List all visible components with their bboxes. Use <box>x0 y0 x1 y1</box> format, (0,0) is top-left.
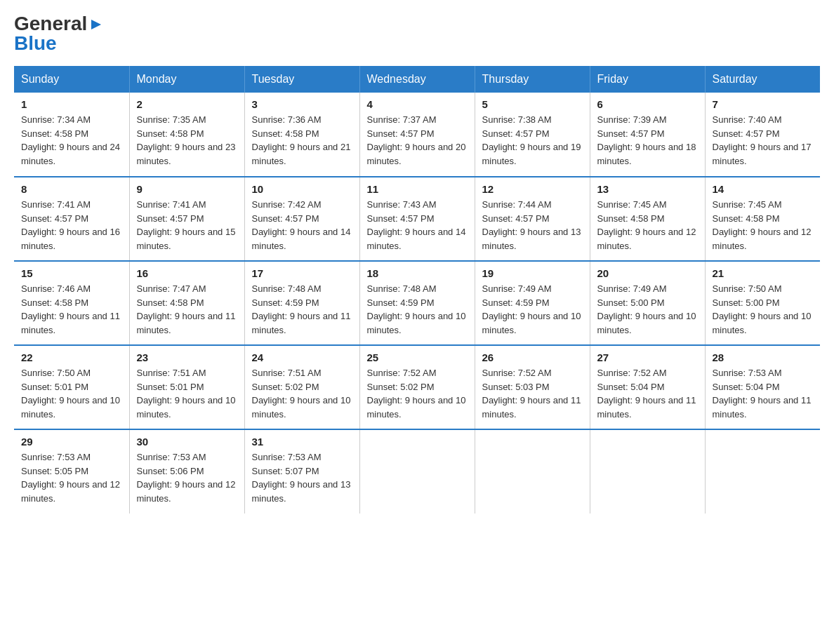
calendar-cell: 17 Sunrise: 7:48 AMSunset: 4:59 PMDaylig… <box>244 261 359 345</box>
day-info: Sunrise: 7:35 AMSunset: 4:58 PMDaylight:… <box>137 113 237 168</box>
calendar-cell: 13 Sunrise: 7:45 AMSunset: 4:58 PMDaylig… <box>590 177 705 261</box>
day-info: Sunrise: 7:50 AMSunset: 5:00 PMDaylight:… <box>713 282 814 337</box>
day-info: Sunrise: 7:52 AMSunset: 5:02 PMDaylight:… <box>367 366 468 421</box>
day-number: 21 <box>713 267 814 279</box>
day-info: Sunrise: 7:39 AMSunset: 4:57 PMDaylight:… <box>597 113 698 168</box>
logo-text-blue: Blue <box>14 32 57 55</box>
calendar-cell: 24 Sunrise: 7:51 AMSunset: 5:02 PMDaylig… <box>244 345 359 429</box>
day-info: Sunrise: 7:40 AMSunset: 4:57 PMDaylight:… <box>713 113 814 168</box>
day-info: Sunrise: 7:45 AMSunset: 4:58 PMDaylight:… <box>713 198 814 253</box>
calendar-cell: 10 Sunrise: 7:42 AMSunset: 4:57 PMDaylig… <box>244 177 359 261</box>
calendar-cell: 19 Sunrise: 7:49 AMSunset: 4:59 PMDaylig… <box>475 261 590 345</box>
day-number: 2 <box>137 98 237 110</box>
calendar-cell: 18 Sunrise: 7:48 AMSunset: 4:59 PMDaylig… <box>359 261 475 345</box>
calendar-cell: 15 Sunrise: 7:46 AMSunset: 4:58 PMDaylig… <box>14 261 129 345</box>
weekday-header-saturday: Saturday <box>705 66 820 93</box>
day-number: 30 <box>137 436 237 448</box>
day-number: 11 <box>367 183 468 195</box>
calendar-cell <box>705 429 820 514</box>
weekday-header-monday: Monday <box>129 66 244 93</box>
calendar-cell <box>590 429 705 514</box>
day-number: 17 <box>252 267 352 279</box>
calendar-cell: 28 Sunrise: 7:53 AMSunset: 5:04 PMDaylig… <box>705 345 820 429</box>
day-number: 28 <box>713 351 814 363</box>
day-info: Sunrise: 7:53 AMSunset: 5:06 PMDaylight:… <box>137 450 237 505</box>
day-info: Sunrise: 7:49 AMSunset: 4:59 PMDaylight:… <box>482 282 583 337</box>
day-number: 23 <box>137 351 237 363</box>
day-info: Sunrise: 7:53 AMSunset: 5:04 PMDaylight:… <box>713 366 814 421</box>
calendar-cell: 31 Sunrise: 7:53 AMSunset: 5:07 PMDaylig… <box>244 429 359 514</box>
day-number: 16 <box>137 267 237 279</box>
calendar-cell: 25 Sunrise: 7:52 AMSunset: 5:02 PMDaylig… <box>359 345 475 429</box>
day-info: Sunrise: 7:36 AMSunset: 4:58 PMDaylight:… <box>252 113 352 168</box>
day-number: 5 <box>482 98 583 110</box>
calendar-cell: 16 Sunrise: 7:47 AMSunset: 4:58 PMDaylig… <box>129 261 244 345</box>
day-info: Sunrise: 7:51 AMSunset: 5:02 PMDaylight:… <box>252 366 352 421</box>
calendar-week-row: 1 Sunrise: 7:34 AMSunset: 4:58 PMDayligh… <box>14 93 820 177</box>
day-number: 19 <box>482 267 583 279</box>
calendar-cell: 4 Sunrise: 7:37 AMSunset: 4:57 PMDayligh… <box>359 93 475 177</box>
logo-arrow-icon <box>88 17 104 32</box>
day-info: Sunrise: 7:44 AMSunset: 4:57 PMDaylight:… <box>482 198 583 253</box>
calendar-cell: 12 Sunrise: 7:44 AMSunset: 4:57 PMDaylig… <box>475 177 590 261</box>
day-number: 18 <box>367 267 468 279</box>
day-number: 20 <box>597 267 698 279</box>
day-number: 15 <box>21 267 122 279</box>
calendar-cell: 9 Sunrise: 7:41 AMSunset: 4:57 PMDayligh… <box>129 177 244 261</box>
day-info: Sunrise: 7:47 AMSunset: 4:58 PMDaylight:… <box>137 282 237 337</box>
day-info: Sunrise: 7:41 AMSunset: 4:57 PMDaylight:… <box>21 198 122 253</box>
calendar-cell: 22 Sunrise: 7:50 AMSunset: 5:01 PMDaylig… <box>14 345 129 429</box>
day-number: 14 <box>713 183 814 195</box>
weekday-header-row: SundayMondayTuesdayWednesdayThursdayFrid… <box>14 66 820 93</box>
day-number: 4 <box>367 98 468 110</box>
weekday-header-wednesday: Wednesday <box>359 66 475 93</box>
day-number: 10 <box>252 183 352 195</box>
day-number: 24 <box>252 351 352 363</box>
calendar-cell: 7 Sunrise: 7:40 AMSunset: 4:57 PMDayligh… <box>705 93 820 177</box>
calendar-cell: 26 Sunrise: 7:52 AMSunset: 5:03 PMDaylig… <box>475 345 590 429</box>
calendar-cell: 20 Sunrise: 7:49 AMSunset: 5:00 PMDaylig… <box>590 261 705 345</box>
calendar-cell: 1 Sunrise: 7:34 AMSunset: 4:58 PMDayligh… <box>14 93 129 177</box>
day-info: Sunrise: 7:52 AMSunset: 5:04 PMDaylight:… <box>597 366 698 421</box>
calendar-cell <box>475 429 590 514</box>
day-number: 26 <box>482 351 583 363</box>
weekday-header-thursday: Thursday <box>475 66 590 93</box>
day-info: Sunrise: 7:49 AMSunset: 5:00 PMDaylight:… <box>597 282 698 337</box>
calendar-week-row: 22 Sunrise: 7:50 AMSunset: 5:01 PMDaylig… <box>14 345 820 429</box>
day-number: 13 <box>597 183 698 195</box>
day-number: 12 <box>482 183 583 195</box>
svg-marker-0 <box>91 20 101 29</box>
calendar-cell <box>359 429 475 514</box>
day-number: 31 <box>252 436 352 448</box>
day-info: Sunrise: 7:37 AMSunset: 4:57 PMDaylight:… <box>367 113 468 168</box>
day-info: Sunrise: 7:48 AMSunset: 4:59 PMDaylight:… <box>367 282 468 337</box>
day-info: Sunrise: 7:38 AMSunset: 4:57 PMDaylight:… <box>482 113 583 168</box>
day-number: 27 <box>597 351 698 363</box>
calendar-cell: 30 Sunrise: 7:53 AMSunset: 5:06 PMDaylig… <box>129 429 244 514</box>
calendar-cell: 11 Sunrise: 7:43 AMSunset: 4:57 PMDaylig… <box>359 177 475 261</box>
weekday-header-friday: Friday <box>590 66 705 93</box>
day-info: Sunrise: 7:46 AMSunset: 4:58 PMDaylight:… <box>21 282 122 337</box>
calendar-week-row: 8 Sunrise: 7:41 AMSunset: 4:57 PMDayligh… <box>14 177 820 261</box>
weekday-header-sunday: Sunday <box>14 66 129 93</box>
calendar-cell: 3 Sunrise: 7:36 AMSunset: 4:58 PMDayligh… <box>244 93 359 177</box>
day-number: 7 <box>713 98 814 110</box>
day-info: Sunrise: 7:52 AMSunset: 5:03 PMDaylight:… <box>482 366 583 421</box>
day-info: Sunrise: 7:53 AMSunset: 5:07 PMDaylight:… <box>252 450 352 505</box>
calendar-week-row: 15 Sunrise: 7:46 AMSunset: 4:58 PMDaylig… <box>14 261 820 345</box>
calendar-cell: 6 Sunrise: 7:39 AMSunset: 4:57 PMDayligh… <box>590 93 705 177</box>
day-number: 6 <box>597 98 698 110</box>
calendar-week-row: 29 Sunrise: 7:53 AMSunset: 5:05 PMDaylig… <box>14 429 820 514</box>
day-info: Sunrise: 7:43 AMSunset: 4:57 PMDaylight:… <box>367 198 468 253</box>
day-info: Sunrise: 7:51 AMSunset: 5:01 PMDaylight:… <box>137 366 237 421</box>
calendar-cell: 2 Sunrise: 7:35 AMSunset: 4:58 PMDayligh… <box>129 93 244 177</box>
calendar-cell: 5 Sunrise: 7:38 AMSunset: 4:57 PMDayligh… <box>475 93 590 177</box>
weekday-header-tuesday: Tuesday <box>244 66 359 93</box>
day-number: 29 <box>21 436 122 448</box>
logo: General Blue <box>14 14 104 55</box>
calendar-cell: 14 Sunrise: 7:45 AMSunset: 4:58 PMDaylig… <box>705 177 820 261</box>
page-header: General Blue <box>14 14 820 55</box>
day-info: Sunrise: 7:45 AMSunset: 4:58 PMDaylight:… <box>597 198 698 253</box>
day-number: 1 <box>21 98 122 110</box>
calendar-cell: 8 Sunrise: 7:41 AMSunset: 4:57 PMDayligh… <box>14 177 129 261</box>
